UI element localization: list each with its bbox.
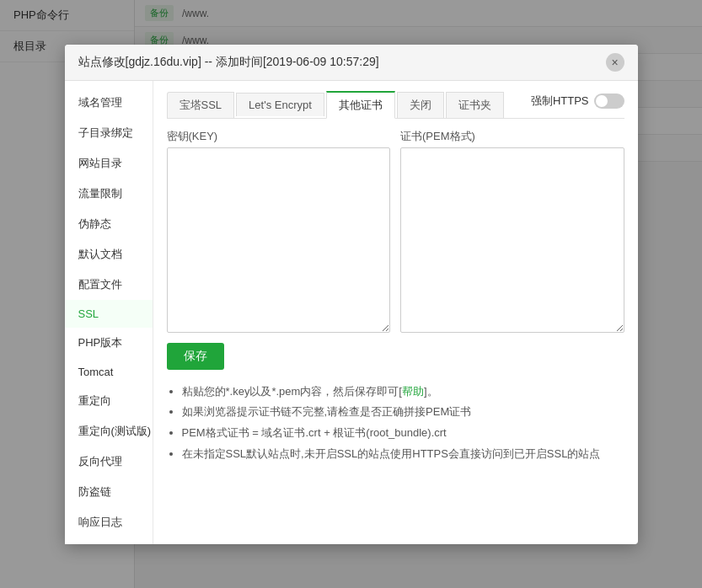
info-item-2: 如果浏览器提示证书链不完整,请检查是否正确拼接PEM证书 (182, 402, 624, 423)
close-button[interactable]: × (606, 53, 624, 72)
sidebar-item-website-dir[interactable]: 网站目录 (65, 148, 153, 179)
sidebar-item-reverse-proxy[interactable]: 反向代理 (65, 446, 153, 477)
modal-body: 域名管理 子目录绑定 网站目录 流量限制 伪静态 默认文档 配置文件 SSL P… (65, 81, 638, 544)
key-textarea[interactable] (167, 147, 391, 333)
sidebar-item-tomcat[interactable]: Tomcat (65, 358, 153, 386)
cert-label: 证书(PEM格式) (400, 129, 624, 144)
tab-baota-ssl[interactable]: 宝塔SSL (167, 92, 235, 118)
info-text-3: PEM格式证书 = 域名证书.crt + 根证书(root_bundle).cr… (182, 426, 447, 439)
sidebar-item-domain[interactable]: 域名管理 (65, 88, 153, 118)
info-text-2: 如果浏览器提示证书链不完整,请检查是否正确拼接PEM证书 (182, 405, 472, 418)
tab-close[interactable]: 关闭 (397, 92, 444, 118)
tab-bar: 宝塔SSL Let's Encrypt 其他证书 关闭 证书夹 强制HTTPS (167, 91, 624, 119)
tab-other-cert[interactable]: 其他证书 (326, 91, 395, 119)
info-list: 粘贴您的*.key以及*.pem内容，然后保存即可[帮助]。 如果浏览器提示证书… (167, 382, 624, 465)
modal-title: 站点修改[gdjz.16du.vip] -- 添加时间[2019-06-09 1… (78, 55, 379, 70)
force-https-toggle[interactable] (594, 94, 624, 109)
info-text-1a: 粘贴您的*.key以及*.pem内容，然后保存即可[ (182, 385, 402, 398)
modal-overlay: 站点修改[gdjz.16du.vip] -- 添加时间[2019-06-09 1… (0, 0, 702, 588)
sidebar-item-php[interactable]: PHP版本 (65, 328, 153, 358)
sidebar-item-ssl[interactable]: SSL (65, 300, 153, 328)
sidebar: 域名管理 子目录绑定 网站目录 流量限制 伪静态 默认文档 配置文件 SSL P… (65, 81, 153, 544)
sidebar-item-flow-limit[interactable]: 流量限制 (65, 179, 153, 209)
sidebar-item-subdir[interactable]: 子目录绑定 (65, 118, 153, 148)
sidebar-item-redirect-test[interactable]: 重定向(测试版) (65, 416, 153, 446)
key-group: 密钥(KEY) (167, 129, 391, 333)
info-text-4: 在未指定SSL默认站点时,未开启SSL的站点使用HTTPS会直接访问到已开启SS… (182, 447, 601, 460)
info-item-3: PEM格式证书 = 域名证书.crt + 根证书(root_bundle).cr… (182, 423, 624, 444)
info-text-1b: ]。 (424, 385, 438, 398)
cert-form: 密钥(KEY) 证书(PEM格式) (167, 129, 624, 333)
info-item-4: 在未指定SSL默认站点时,未开启SSL的站点使用HTTPS会直接访问到已开启SS… (182, 444, 624, 465)
sidebar-item-pseudo-static[interactable]: 伪静态 (65, 209, 153, 239)
sidebar-item-config-file[interactable]: 配置文件 (65, 270, 153, 300)
cert-textarea[interactable] (400, 147, 624, 333)
sidebar-item-access-log[interactable]: 响应日志 (65, 507, 153, 537)
sidebar-item-hotlink[interactable]: 防盗链 (65, 477, 153, 507)
main-content: 宝塔SSL Let's Encrypt 其他证书 关闭 证书夹 强制HTTPS (153, 81, 638, 544)
cert-group: 证书(PEM格式) (400, 129, 624, 333)
toggle-knob (596, 95, 608, 107)
force-https-control: 强制HTTPS (531, 94, 624, 115)
tab-lets-encrypt[interactable]: Let's Encrypt (236, 93, 324, 116)
modal-header: 站点修改[gdjz.16du.vip] -- 添加时间[2019-06-09 1… (65, 45, 638, 81)
sidebar-item-default-doc[interactable]: 默认文档 (65, 239, 153, 270)
help-link[interactable]: 帮助 (402, 385, 424, 398)
modal-dialog: 站点修改[gdjz.16du.vip] -- 添加时间[2019-06-09 1… (65, 45, 638, 544)
tab-cert-folder[interactable]: 证书夹 (446, 92, 504, 118)
info-item-1: 粘贴您的*.key以及*.pem内容，然后保存即可[帮助]。 (182, 382, 624, 403)
force-https-label: 强制HTTPS (531, 94, 589, 109)
save-button[interactable]: 保存 (167, 343, 224, 370)
sidebar-item-redirect[interactable]: 重定向 (65, 386, 153, 416)
key-label: 密钥(KEY) (167, 129, 391, 144)
